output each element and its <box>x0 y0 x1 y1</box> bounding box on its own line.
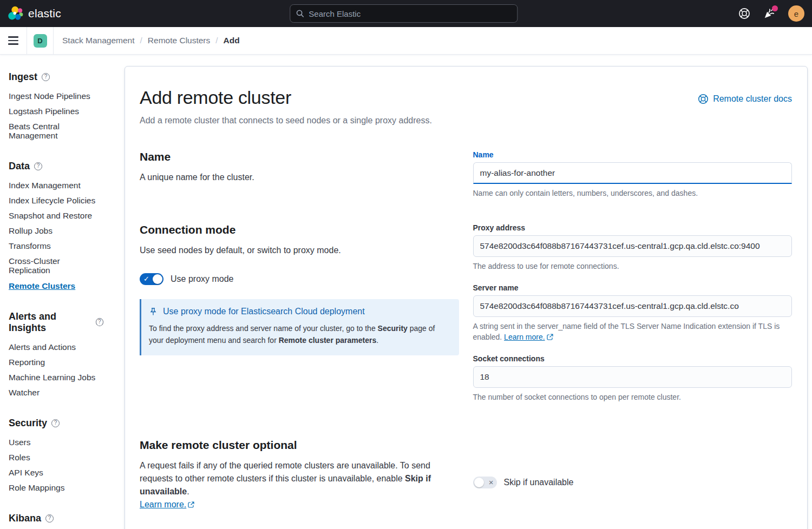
cloud-deployment-icon[interactable] <box>738 8 750 19</box>
page-title: Add remote cluster <box>140 87 291 108</box>
proxy-mode-toggle-label: Use proxy mode <box>171 274 234 284</box>
socket-connections-help: The number of socket connections to open… <box>473 392 793 402</box>
avatar-initial: e <box>794 9 798 18</box>
brand-name: elastic <box>28 7 61 20</box>
space-selector-cell: D <box>27 27 54 54</box>
help-icon[interactable]: ? <box>51 419 60 427</box>
sidebar-item-logstash-pipelines[interactable]: Logstash Pipelines <box>9 107 103 116</box>
breadcrumb: Stack Management / Remote Clusters / Add <box>54 36 240 45</box>
server-name-label: Server name <box>473 283 793 292</box>
connection-mode-form-row: Connection mode Use seed nodes by defaul… <box>140 223 792 414</box>
sidebar-item-ingest-node-pipelines[interactable]: Ingest Node Pipelines <box>9 91 103 101</box>
callout-title: Use proxy mode for Elasticsearch Cloud d… <box>163 307 365 316</box>
proxy-mode-toggle[interactable]: ✓ <box>140 273 163 285</box>
proxy-mode-toggle-row: ✓ Use proxy mode <box>140 273 459 285</box>
proxy-address-help: The address to use for remote connection… <box>473 261 793 272</box>
breadcrumb-remote-clusters[interactable]: Remote Clusters <box>148 36 210 45</box>
search-icon <box>296 9 304 18</box>
sidebar-item-remote-clusters[interactable]: Remote Clusters <box>9 281 103 290</box>
external-link-icon <box>547 332 553 343</box>
sidebar-item-machine-learning-jobs[interactable]: Machine Learning Jobs <box>9 373 103 382</box>
management-sidebar: Ingest ? Ingest Node Pipelines Logstash … <box>0 54 112 529</box>
socket-connections-input[interactable] <box>473 366 793 388</box>
toggle-knob <box>153 274 162 284</box>
docs-icon <box>698 94 709 104</box>
nav-group-kibana: Kibana ? Index Patterns Saved Objects Ta… <box>9 513 103 529</box>
add-remote-cluster-panel: Add remote cluster Remote cluster docs A… <box>125 66 808 529</box>
socket-connections-field: Socket connections The number of socket … <box>473 354 793 402</box>
breadcrumb-add: Add <box>224 36 240 45</box>
check-icon: ✓ <box>143 276 149 283</box>
skip-unavailable-toggle-label: Skip if unavailable <box>504 478 574 487</box>
skip-unavailable-toggle[interactable]: × <box>473 477 497 488</box>
pin-icon <box>149 307 158 316</box>
proxy-address-field: Proxy address The address to use for rem… <box>473 223 793 272</box>
help-icon[interactable]: ? <box>96 318 103 326</box>
nav-group-alerts-insights: Alerts and Insights ? Alerts and Actions… <box>9 311 103 397</box>
sidebar-item-beats-central-management[interactable]: Beats Central Management <box>9 122 103 140</box>
space-initial: D <box>37 37 42 45</box>
breadcrumb-separator: / <box>215 36 218 45</box>
help-icon[interactable]: ? <box>34 162 42 170</box>
cross-icon: × <box>489 478 494 486</box>
sidebar-item-index-lifecycle-policies[interactable]: Index Lifecycle Policies <box>9 196 103 205</box>
connection-mode-heading: Connection mode <box>140 223 459 236</box>
nav-group-title: Data <box>9 161 30 172</box>
server-name-field: Server name A string sent in the server_… <box>473 283 793 343</box>
name-section-heading: Name <box>140 150 459 163</box>
sidebar-item-users[interactable]: Users <box>9 438 103 447</box>
name-input[interactable] <box>473 162 793 184</box>
sidebar-item-rollup-jobs[interactable]: Rollup Jobs <box>9 226 103 235</box>
nav-group-title: Ingest <box>9 71 37 83</box>
sidebar-item-snapshot-and-restore[interactable]: Snapshot and Restore <box>9 211 103 220</box>
user-avatar[interactable]: e <box>788 5 804 22</box>
breadcrumb-stack-management[interactable]: Stack Management <box>62 36 135 45</box>
elastic-logo[interactable]: elastic <box>8 5 61 22</box>
nav-group-title: Kibana <box>9 513 41 524</box>
optional-learn-more-link[interactable]: Learn more. <box>140 500 186 509</box>
socket-connections-label: Socket connections <box>473 354 793 363</box>
sidebar-item-watcher[interactable]: Watcher <box>9 388 103 397</box>
remote-cluster-docs-link[interactable]: Remote cluster docs <box>698 94 792 104</box>
global-header: elastic e <box>0 0 812 27</box>
cloud-proxy-callout: Use proxy mode for Elasticsearch Cloud d… <box>140 299 459 355</box>
name-section-description: A unique name for the cluster. <box>140 171 459 184</box>
sidebar-item-transforms[interactable]: Transforms <box>9 241 103 250</box>
name-form-row: Name A unique name for the cluster. Name… <box>140 150 792 199</box>
newsfeed-icon[interactable] <box>763 8 775 19</box>
page-subtitle: Add a remote cluster that connects to se… <box>140 116 792 125</box>
global-search[interactable] <box>290 4 518 23</box>
search-input[interactable] <box>309 9 512 18</box>
help-icon[interactable]: ? <box>42 73 50 81</box>
optional-section-heading: Make remote cluster optional <box>140 439 459 452</box>
sidebar-item-roles[interactable]: Roles <box>9 453 103 462</box>
name-help-text: Name can only contain letters, numbers, … <box>473 188 793 199</box>
sidebar-item-index-management[interactable]: Index Management <box>9 181 103 190</box>
toggle-knob <box>474 478 484 487</box>
elastic-logo-icon <box>8 5 24 22</box>
notification-dot <box>772 5 778 11</box>
sidebar-item-role-mappings[interactable]: Role Mappings <box>9 483 103 492</box>
menu-icon[interactable] <box>0 27 27 54</box>
skip-unavailable-toggle-row: × Skip if unavailable <box>473 477 574 488</box>
sidebar-item-alerts-and-actions[interactable]: Alerts and Actions <box>9 342 103 352</box>
server-name-help: A string sent in the server_name field o… <box>473 321 793 343</box>
nav-group-title: Security <box>9 418 47 429</box>
optional-form-row: Make remote cluster optional A request f… <box>140 439 792 512</box>
nav-group-security: Security ? Users Roles API Keys Role Map… <box>9 418 103 492</box>
proxy-address-input[interactable] <box>473 235 793 257</box>
proxy-address-label: Proxy address <box>473 223 793 232</box>
sidebar-item-api-keys[interactable]: API Keys <box>9 468 103 477</box>
breadcrumb-separator: / <box>140 36 142 45</box>
nav-group-title: Alerts and Insights <box>9 311 91 334</box>
help-icon[interactable]: ? <box>45 514 54 523</box>
server-name-input[interactable] <box>473 295 793 317</box>
nav-group-ingest: Ingest ? Ingest Node Pipelines Logstash … <box>9 71 103 140</box>
docs-link-label: Remote cluster docs <box>713 94 792 104</box>
breadcrumb-bar: D Stack Management / Remote Clusters / A… <box>0 27 812 54</box>
sidebar-item-reporting[interactable]: Reporting <box>9 358 103 367</box>
callout-body: To find the proxy address and server nam… <box>149 323 449 346</box>
sidebar-item-cross-cluster-replication[interactable]: Cross-Cluster Replication <box>9 256 103 275</box>
server-name-learn-more-link[interactable]: Learn more. <box>504 333 545 341</box>
space-badge[interactable]: D <box>34 34 47 48</box>
